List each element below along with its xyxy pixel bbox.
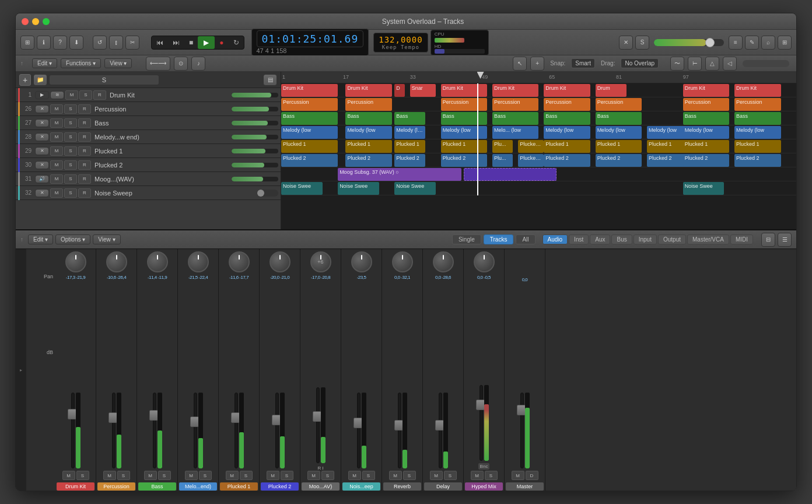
mute-btn-melody[interactable]: M xyxy=(185,471,198,480)
clip[interactable]: Melody (low xyxy=(596,126,642,139)
info-icon[interactable]: ℹ xyxy=(37,36,51,50)
gain-btn[interactable]: △ xyxy=(705,57,719,71)
mixer-view-menu[interactable]: View ▾ xyxy=(93,235,120,244)
fader-track-percussion[interactable] xyxy=(112,393,116,468)
volume-thumb[interactable] xyxy=(705,38,715,47)
clip[interactable]: Melody (low xyxy=(544,126,590,139)
mute-btn-31[interactable]: M xyxy=(50,174,63,184)
play-btn-1[interactable]: ▶ xyxy=(35,91,49,99)
solo-btn-moog[interactable]: S xyxy=(321,471,334,480)
clip[interactable]: Plucked 1 xyxy=(734,140,780,153)
grid-view-btn[interactable]: ⊟ xyxy=(761,233,775,247)
rec-btn-32[interactable]: R xyxy=(78,188,91,198)
clip[interactable]: Noise Swee xyxy=(394,182,436,195)
mixer-tab-tracks[interactable]: Tracks xyxy=(484,235,514,244)
solo-btn-32[interactable]: S xyxy=(64,188,77,198)
import-icon[interactable]: ⬇ xyxy=(69,36,83,50)
fader-track-noise[interactable] xyxy=(357,393,360,468)
bpm-display[interactable]: 132,0000 Keep Tempo xyxy=(373,33,428,52)
clip[interactable]: Bass xyxy=(281,112,338,125)
pan-knob-bass[interactable] xyxy=(147,251,168,272)
folder-btn[interactable]: 📁 xyxy=(33,74,47,86)
pan-knob-plucked1[interactable] xyxy=(229,251,250,272)
solo-btn[interactable]: S xyxy=(50,75,159,85)
clip[interactable]: Noise Swee xyxy=(338,182,379,195)
fade-btn[interactable]: ◁ xyxy=(723,57,737,71)
clip[interactable]: Noise Swee xyxy=(281,182,323,195)
solo-btn-noise[interactable]: S xyxy=(362,471,375,480)
clip[interactable]: Percussion xyxy=(683,98,729,111)
fast-forward-button[interactable]: ⏭ xyxy=(168,36,184,49)
tab-input[interactable]: Input xyxy=(634,235,657,244)
clip[interactable]: Plucked 2 xyxy=(281,154,338,167)
solo-btn-drum-kit[interactable]: S xyxy=(76,471,89,480)
clip[interactable]: Melody (low xyxy=(345,126,391,139)
pan-knob-reverb[interactable] xyxy=(392,251,413,272)
track-fader-29[interactable] xyxy=(232,149,278,153)
rec-btn-28[interactable]: R xyxy=(78,132,91,142)
solo-btn-31[interactable]: S xyxy=(64,174,77,184)
clip[interactable]: Plucked 1 xyxy=(683,140,729,153)
fader-track-reverb[interactable] xyxy=(398,393,401,468)
clip[interactable]: Drum Kit xyxy=(441,84,487,97)
play-button[interactable]: ▶ xyxy=(198,36,215,49)
clip[interactable]: Plucked 2 xyxy=(544,154,590,167)
clip[interactable]: Snar xyxy=(410,84,436,97)
maximize-button[interactable] xyxy=(43,18,50,25)
wave-btn-1[interactable]: ≋ xyxy=(50,91,64,99)
mixer-edit-menu[interactable]: Edit ▾ xyxy=(28,235,53,244)
clip[interactable]: Plucked 1 xyxy=(518,140,544,153)
clip[interactable]: Percussion xyxy=(734,98,780,111)
edit-menu[interactable]: Edit ▾ xyxy=(32,58,57,68)
clip[interactable] xyxy=(464,168,556,181)
clip[interactable]: Percussion xyxy=(596,98,642,111)
clip[interactable]: Plucked 2 xyxy=(683,154,729,167)
rec-btn-29[interactable]: R xyxy=(78,146,91,156)
snap-btn[interactable]: S xyxy=(635,36,649,50)
fader-track-master[interactable] xyxy=(520,393,524,468)
mute-btn-1[interactable]: M xyxy=(65,90,78,100)
clip[interactable]: Percussion xyxy=(345,98,391,111)
fader-track-delay[interactable] xyxy=(439,393,442,468)
tab-output[interactable]: Output xyxy=(658,235,686,244)
clip[interactable]: Percussion xyxy=(281,98,338,111)
master-volume-slider[interactable] xyxy=(654,39,724,46)
pan-knob-noise[interactable] xyxy=(351,251,372,272)
pan-knob-hyped-mix[interactable] xyxy=(474,251,495,272)
expand-btn[interactable]: ▤ xyxy=(263,74,277,86)
solo-btn-plucked1[interactable]: S xyxy=(240,471,253,480)
mute-btn-drum-kit[interactable]: M xyxy=(62,471,75,480)
trim-btn[interactable]: ⊢ xyxy=(688,57,702,71)
solo-btn-master[interactable]: D xyxy=(526,471,538,480)
help-icon[interactable]: ? xyxy=(53,36,67,50)
pan-knob-percussion[interactable] xyxy=(106,251,127,272)
snap-select[interactable]: Smart xyxy=(571,58,595,68)
rec-btn-1[interactable]: R xyxy=(93,90,106,100)
rec-btn-30[interactable]: R xyxy=(78,160,91,170)
mixer-icon[interactable]: ⫿ xyxy=(109,36,123,50)
track-toggle-32[interactable] xyxy=(257,190,278,197)
capture-icon[interactable]: ⊙ xyxy=(174,57,188,71)
clip[interactable]: Plucked 2 xyxy=(518,154,544,167)
waveform-btn[interactable]: 〜 xyxy=(670,57,684,71)
clip[interactable]: Moog Subsg. 37 (WAV) ○ xyxy=(338,168,461,181)
pan-knob-delay[interactable] xyxy=(433,251,454,272)
mixer-tab-all[interactable]: All xyxy=(516,235,535,244)
cut-icon[interactable]: ✂ xyxy=(125,36,139,50)
mute-btn-bass[interactable]: M xyxy=(144,471,157,480)
clip[interactable]: Plucked 1 xyxy=(441,140,487,153)
clip[interactable]: Plu... xyxy=(492,154,513,167)
pan-knob-moog[interactable]: +6 xyxy=(310,251,331,272)
search-icon[interactable]: ⌕ xyxy=(761,36,775,50)
solo-btn-28[interactable]: S xyxy=(64,132,77,142)
mute-btn-hyped-mix[interactable]: M xyxy=(471,471,484,480)
clip[interactable]: Drum Kit xyxy=(734,84,780,97)
solo-btn-plucked2[interactable]: S xyxy=(281,471,293,480)
record-button[interactable]: ● xyxy=(215,36,228,49)
mute-btn-30[interactable]: M xyxy=(50,160,63,170)
fader-track-drum-kit[interactable] xyxy=(71,393,75,468)
clip[interactable]: Bass xyxy=(394,112,425,125)
loop-button[interactable]: ↻ xyxy=(229,36,244,49)
rec-btn-26[interactable]: R xyxy=(78,104,91,114)
solo-btn-29[interactable]: S xyxy=(64,146,77,156)
